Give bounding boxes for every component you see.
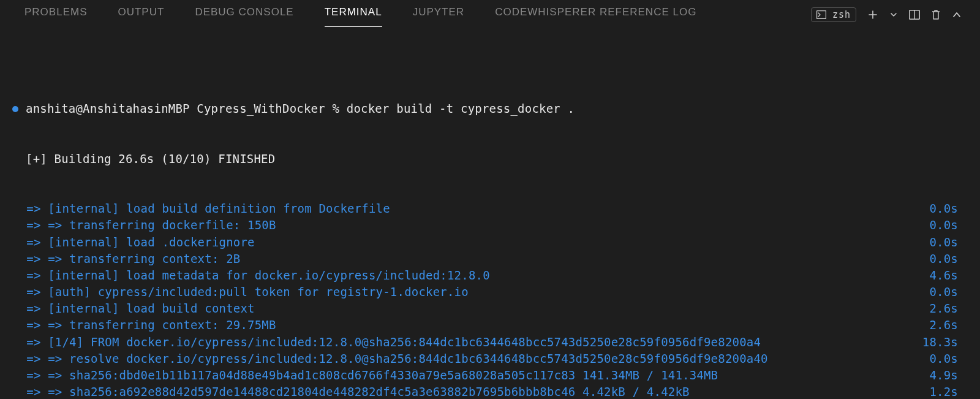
- build-step-line: => => sha256:dbd0e1b11b117a04d88e49b4ad1…: [12, 367, 958, 384]
- prompt-command: docker build -t cypress_docker .: [347, 101, 575, 117]
- build-step-time: 0.0s: [917, 200, 958, 217]
- build-step-time: 4.6s: [917, 267, 958, 284]
- build-step-text: => [internal] load metadata for docker.i…: [12, 267, 490, 284]
- status-dot-icon: [12, 106, 18, 112]
- svg-rect-0: [816, 11, 826, 19]
- split-icon[interactable]: [909, 10, 920, 20]
- trash-icon[interactable]: [931, 9, 941, 20]
- build-step-time: 0.0s: [917, 251, 958, 267]
- build-step-time: 0.0s: [917, 234, 958, 251]
- build-step-text: => [1/4] FROM docker.io/cypress/included…: [12, 334, 761, 351]
- build-step-time: 0.0s: [917, 351, 958, 367]
- panel-tabs: PROBLEMS OUTPUT DEBUG CONSOLE TERMINAL J…: [0, 0, 980, 31]
- build-step-time: 1.2s: [917, 384, 958, 399]
- tab-output[interactable]: OUTPUT: [118, 6, 178, 25]
- build-step-time: 2.6s: [917, 317, 958, 333]
- build-step-line: => => resolve docker.io/cypress/included…: [12, 351, 958, 367]
- shell-name: zsh: [832, 9, 851, 20]
- prompt-dir: Cypress_WithDocker: [197, 101, 325, 117]
- build-step-text: => [internal] load build context: [12, 300, 255, 317]
- tab-problems[interactable]: PROBLEMS: [24, 6, 100, 25]
- build-step-line: => => transferring dockerfile: 150B0.0s: [12, 217, 958, 234]
- build-step-text: => => sha256:dbd0e1b11b117a04d88e49b4ad1…: [12, 367, 718, 384]
- build-step-line: => [internal] load .dockerignore0.0s: [12, 234, 958, 251]
- tab-jupyter[interactable]: JUPYTER: [413, 6, 478, 25]
- build-step-line: => [auth] cypress/included:pull token fo…: [12, 284, 958, 300]
- build-step-text: => => resolve docker.io/cypress/included…: [12, 351, 768, 367]
- prompt-line: anshita@AnshitahasinMBP Cypress_WithDock…: [12, 101, 958, 117]
- terminal-icon: [816, 10, 826, 19]
- build-step-text: => => transferring context: 29.75MB: [12, 317, 276, 333]
- build-step-line: => => transferring context: 29.75MB2.6s: [12, 317, 958, 333]
- build-step-text: => => transferring dockerfile: 150B: [12, 217, 276, 234]
- build-step-line: => => sha256:a692e88d42d597de14488cd2180…: [12, 384, 958, 399]
- build-step-text: => [auth] cypress/included:pull token fo…: [12, 284, 469, 300]
- build-step-line: => [internal] load metadata for docker.i…: [12, 267, 958, 284]
- build-step-line: => => transferring context: 2B0.0s: [12, 251, 958, 267]
- build-step-text: => [internal] load build definition from…: [12, 200, 390, 217]
- build-step-time: 18.3s: [910, 334, 958, 351]
- shell-selector[interactable]: zsh: [811, 7, 856, 22]
- build-step-time: 0.0s: [917, 284, 958, 300]
- plus-icon[interactable]: [867, 9, 878, 20]
- prompt-sep: %: [333, 101, 340, 117]
- build-step-text: => => sha256:a692e88d42d597de14488cd2180…: [12, 384, 690, 399]
- chevron-up-icon[interactable]: [952, 10, 962, 19]
- terminal-actions: zsh: [811, 7, 962, 22]
- tab-debug-console[interactable]: DEBUG CONSOLE: [195, 6, 307, 25]
- build-step-time: 4.9s: [917, 367, 958, 384]
- build-step-line: => [internal] load build context2.6s: [12, 300, 958, 317]
- build-step-time: 0.0s: [917, 217, 958, 234]
- build-header: [+] Building 26.6s (10/10) FINISHED: [12, 151, 958, 167]
- tab-terminal[interactable]: TERMINAL: [325, 6, 396, 25]
- terminal-output[interactable]: anshita@AnshitahasinMBP Cypress_WithDock…: [0, 31, 980, 399]
- build-step-line: => [internal] load build definition from…: [12, 200, 958, 217]
- prompt-user-host: anshita@AnshitahasinMBP: [26, 101, 190, 117]
- build-step-line: => [1/4] FROM docker.io/cypress/included…: [12, 334, 958, 351]
- build-step-text: => [internal] load .dockerignore: [12, 234, 255, 251]
- build-step-time: 2.6s: [917, 300, 958, 317]
- chevron-down-icon[interactable]: [889, 10, 898, 19]
- tab-codewhisperer[interactable]: CODEWHISPERER REFERENCE LOG: [495, 6, 710, 25]
- build-step-text: => => transferring context: 2B: [12, 251, 240, 267]
